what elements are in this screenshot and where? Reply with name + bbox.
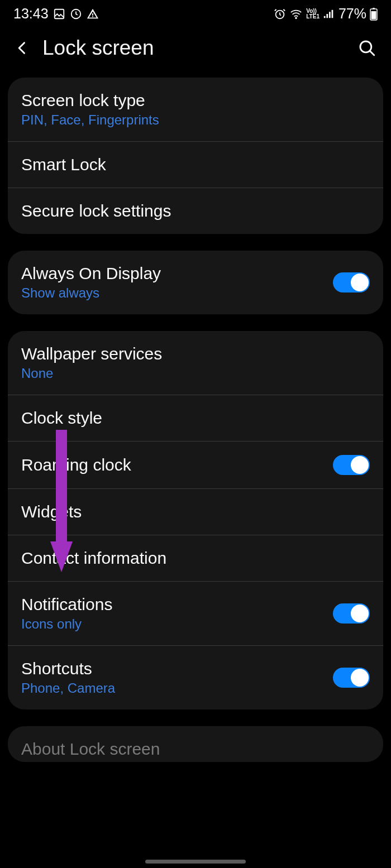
row-title: Contact information [21,549,370,568]
battery-percent: 77% [338,6,366,22]
row-title: About Lock screen [21,740,370,759]
row-roaming-clock[interactable]: Roaming clock [8,441,383,488]
row-notifications[interactable]: Notifications Icons only [8,581,383,645]
row-shortcuts[interactable]: Shortcuts Phone, Camera [8,645,383,709]
signal-icon [323,8,335,20]
row-screen-lock-type[interactable]: Screen lock type PIN, Face, Fingerprints [8,78,383,141]
status-time: 13:43 [13,6,49,22]
battery-icon [370,7,378,21]
wifi-icon [289,8,303,20]
status-left: 13:43 [13,6,99,22]
row-subtitle: PIN, Face, Fingerprints [21,112,370,128]
navigation-handle[interactable] [145,860,246,864]
row-title: Secure lock settings [21,202,370,220]
row-widgets[interactable]: Widgets [8,488,383,535]
warning-icon [87,8,99,20]
row-secure-lock-settings[interactable]: Secure lock settings [8,188,383,234]
page-header: Lock screen [0,25,391,78]
search-button[interactable] [354,35,380,61]
toggle-notifications[interactable] [333,603,370,624]
status-right: Vo))LTE1 77% [274,6,378,22]
svg-point-3 [295,17,297,18]
row-smart-lock[interactable]: Smart Lock [8,141,383,188]
row-subtitle: Icons only [21,616,333,632]
settings-group-about: About Lock screen [8,726,383,762]
sync-icon [70,8,82,20]
settings-group-display: Wallpaper services None Clock style Roam… [8,331,383,709]
row-title: Always On Display [21,264,333,283]
row-subtitle: None [21,366,370,381]
alarm-icon [274,8,286,20]
toggle-shortcuts[interactable] [333,668,370,688]
back-button[interactable] [11,37,34,59]
svg-rect-5 [373,8,375,9]
volte-icon: Vo))LTE1 [306,8,320,20]
toggle-always-on-display[interactable] [333,272,370,292]
settings-group-security: Screen lock type PIN, Face, Fingerprints… [8,78,383,234]
row-subtitle: Show always [21,285,333,301]
settings-group-aod: Always On Display Show always [8,251,383,314]
row-wallpaper-services[interactable]: Wallpaper services None [8,331,383,395]
row-about-lock-screen[interactable]: About Lock screen [8,726,383,762]
row-subtitle: Phone, Camera [21,680,333,696]
row-title: Wallpaper services [21,344,370,363]
row-contact-information[interactable]: Contact information [8,535,383,581]
svg-rect-6 [371,11,376,20]
row-title: Notifications [21,595,333,614]
toggle-roaming-clock[interactable] [333,455,370,475]
row-title: Smart Lock [21,155,370,174]
row-clock-style[interactable]: Clock style [8,395,383,441]
row-title: Screen lock type [21,91,370,110]
svg-rect-0 [54,9,64,18]
row-title: Widgets [21,502,370,521]
row-title: Shortcuts [21,659,333,678]
row-title: Roaming clock [21,455,333,474]
page-title: Lock screen [42,36,345,60]
row-always-on-display[interactable]: Always On Display Show always [8,251,383,314]
row-title: Clock style [21,409,370,428]
image-icon [53,8,65,20]
status-bar: 13:43 Vo))LTE1 77% [0,0,391,25]
svg-line-8 [370,51,374,55]
